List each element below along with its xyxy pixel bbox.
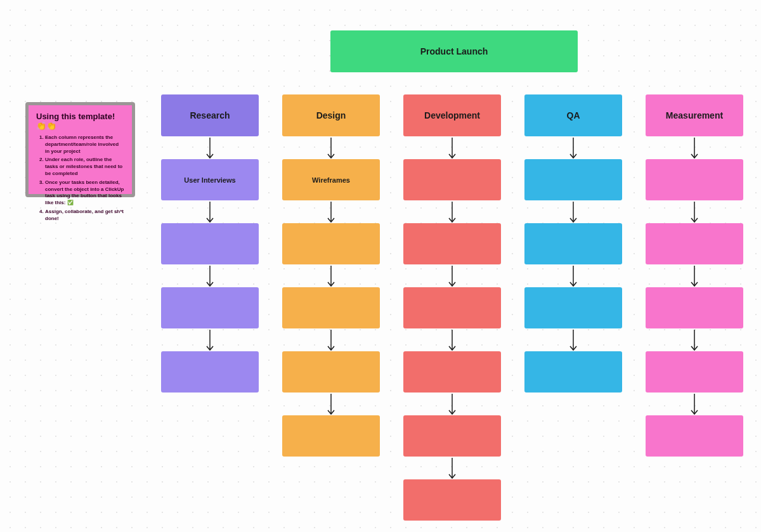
task-node[interactable] bbox=[282, 223, 380, 264]
task-node[interactable] bbox=[161, 351, 259, 393]
task-node-label: User Interviews bbox=[184, 176, 235, 184]
root-node[interactable]: Product Launch bbox=[330, 30, 578, 72]
column-header-label: Research bbox=[190, 110, 230, 120]
task-node[interactable] bbox=[403, 159, 501, 200]
task-node[interactable] bbox=[524, 287, 622, 328]
column-header[interactable]: QA bbox=[524, 94, 622, 136]
column-header[interactable]: Measurement bbox=[646, 94, 743, 136]
task-node[interactable] bbox=[282, 351, 380, 393]
instructions-list-item: Each column represents the department/te… bbox=[45, 134, 124, 155]
task-node[interactable] bbox=[524, 351, 622, 393]
column-header[interactable]: Design bbox=[282, 94, 380, 136]
task-node[interactable] bbox=[646, 223, 743, 264]
task-node[interactable] bbox=[282, 415, 380, 457]
task-node[interactable] bbox=[403, 351, 501, 393]
task-node[interactable] bbox=[403, 479, 501, 521]
instructions-list-item: Once your tasks been detailed, convert t… bbox=[45, 179, 124, 207]
task-node[interactable] bbox=[403, 415, 501, 457]
task-node[interactable] bbox=[403, 287, 501, 328]
column-header-label: Design bbox=[316, 110, 346, 120]
column-header-label: Development bbox=[424, 110, 480, 120]
task-node[interactable]: Wireframes bbox=[282, 159, 380, 200]
task-node[interactable] bbox=[161, 287, 259, 328]
task-node[interactable] bbox=[646, 415, 743, 457]
task-node[interactable] bbox=[403, 223, 501, 264]
instructions-note-title: Using this template! 👏👏 bbox=[36, 112, 124, 131]
task-node[interactable] bbox=[646, 351, 743, 393]
task-node[interactable] bbox=[282, 287, 380, 328]
task-node[interactable] bbox=[646, 159, 743, 200]
task-node-label: Wireframes bbox=[312, 176, 350, 184]
root-node-label: Product Launch bbox=[420, 46, 488, 56]
task-node[interactable] bbox=[524, 159, 622, 200]
instructions-list: Each column represents the department/te… bbox=[36, 134, 124, 223]
column-header-label: Measurement bbox=[666, 110, 723, 120]
column-header[interactable]: Research bbox=[161, 94, 259, 136]
task-node[interactable]: User Interviews bbox=[161, 159, 259, 200]
task-node[interactable] bbox=[524, 223, 622, 264]
instructions-list-item: Assign, collaborate, and get sh*t done! bbox=[45, 209, 124, 223]
instructions-list-item: Under each role, outline the tasks or mi… bbox=[45, 157, 124, 177]
column-header-label: QA bbox=[567, 110, 580, 120]
column-header[interactable]: Development bbox=[403, 94, 501, 136]
instructions-note[interactable]: Using this template! 👏👏Each column repre… bbox=[25, 102, 135, 197]
task-node[interactable] bbox=[646, 287, 743, 328]
task-node[interactable] bbox=[161, 223, 259, 264]
